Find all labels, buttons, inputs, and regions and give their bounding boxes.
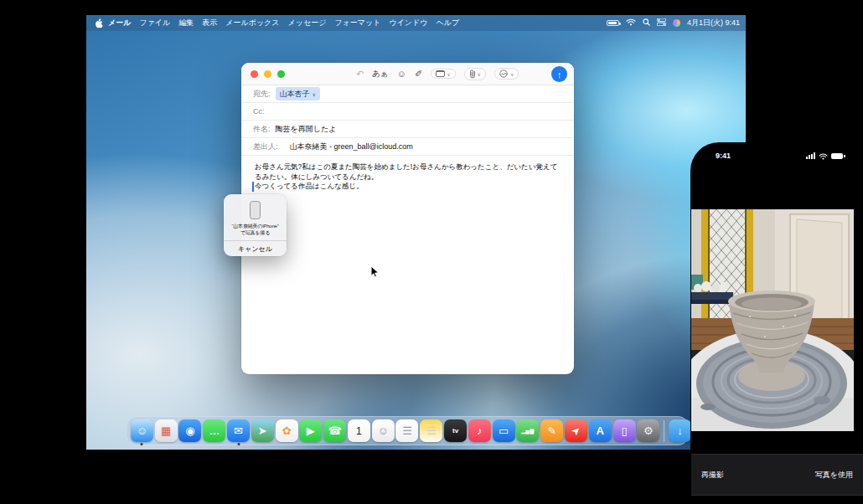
to-field[interactable]: 宛先: 山本杏子 ∨ xyxy=(241,85,574,103)
messages-dock-icon[interactable]: … xyxy=(203,419,225,442)
safari-glyph: ◉ xyxy=(185,425,194,436)
send-button[interactable]: ↑ xyxy=(551,66,567,82)
paperclip-icon xyxy=(469,69,476,79)
reminders-glyph: ☰ xyxy=(402,425,412,436)
apple-menu-icon[interactable] xyxy=(95,18,103,28)
from-value: 山本奈緒美 - green_ball@icloud.com xyxy=(290,141,413,152)
header-fields-button[interactable]: ∨ xyxy=(431,69,455,79)
downloads-dock-icon[interactable]: ↓ xyxy=(669,419,691,442)
mouse-cursor xyxy=(370,265,380,279)
subject-field[interactable]: 件名: 陶芸を再開したよ xyxy=(241,121,574,138)
pages-glyph: ✎ xyxy=(547,425,556,436)
attach-button[interactable]: ∨ xyxy=(464,68,486,80)
menu-item-2[interactable]: 編集 xyxy=(178,18,194,28)
to-label: 宛先: xyxy=(253,89,271,100)
menu-item-8[interactable]: ヘルプ xyxy=(437,18,460,28)
popover-action-line: で写真を撮る xyxy=(231,229,278,236)
use-photo-button[interactable]: 写真を使用 xyxy=(815,470,853,481)
safari-dock-icon[interactable]: ◉ xyxy=(178,419,201,442)
menu-item-5[interactable]: メッセージ xyxy=(288,18,327,28)
app-menus: メールファイル編集表示メールボックスメッセージフォーマットウインドウヘルプ xyxy=(108,18,459,28)
subject-value: 陶芸を再開したよ xyxy=(276,124,337,135)
finder-dock-icon[interactable]: ☺ xyxy=(131,419,153,442)
photo-browser-button[interactable]: ∨ xyxy=(494,68,519,80)
settings-dock-icon[interactable]: ⚙ xyxy=(637,419,659,442)
wifi-icon[interactable] xyxy=(626,18,636,28)
menu-bar-status: 4月1日(火) 9:41 xyxy=(607,18,740,28)
photo-icon xyxy=(499,69,509,78)
iphone-camera-overlay: 9:41 xyxy=(690,142,863,504)
zoom-button[interactable] xyxy=(277,70,285,78)
popover-message: “山本奈緒美のiPhone” で写真を撮る xyxy=(231,223,278,236)
maps-dock-icon[interactable]: ➤ xyxy=(251,419,274,442)
music-glyph: ♪ xyxy=(477,425,483,436)
cancel-button[interactable]: キャンセル xyxy=(224,241,287,256)
keynote-glyph: ▭ xyxy=(499,425,509,436)
cc-field[interactable]: Cc: xyxy=(241,103,574,121)
calendar-dock-icon[interactable]: 1 xyxy=(348,419,370,442)
tv-dock-icon[interactable]: tv xyxy=(444,419,467,442)
minimize-button[interactable] xyxy=(264,70,271,78)
text-insertion-caret xyxy=(252,182,254,192)
finder-glyph: ☺ xyxy=(137,425,147,436)
menu-item-0[interactable]: メール xyxy=(108,18,131,28)
menu-item-1[interactable]: ファイル xyxy=(139,18,170,28)
from-field[interactable]: 差出人: 山本奈緒美 - green_ball@icloud.com xyxy=(241,138,574,156)
mail-dock-icon[interactable]: ✉ xyxy=(227,419,250,442)
chevron-down-icon: ∨ xyxy=(510,71,514,77)
popover-device-line: “山本奈緒美のiPhone” xyxy=(231,223,278,229)
battery-icon xyxy=(831,153,843,159)
chevron-down-icon: ∨ xyxy=(313,91,316,97)
screenshot-canvas: メールファイル編集表示メールボックスメッセージフォーマットウインドウヘルプ xyxy=(0,0,863,504)
close-button[interactable] xyxy=(251,70,258,78)
menu-item-6[interactable]: フォーマット xyxy=(334,18,380,28)
iphone-mirroring-glyph: ▯ xyxy=(621,425,627,436)
menu-bar-clock[interactable]: 4月1日(火) 9:41 xyxy=(687,18,740,28)
menu-item-3[interactable]: 表示 xyxy=(202,18,217,28)
pages-dock-icon[interactable]: ✎ xyxy=(540,419,563,442)
rocket-glyph: ➤ xyxy=(569,424,583,438)
downloads-glyph: ↓ xyxy=(677,425,683,436)
emoji-icon[interactable]: ☺ xyxy=(397,69,406,79)
dock-divider xyxy=(664,420,664,442)
appstore-glyph: A xyxy=(597,425,604,436)
menu-item-7[interactable]: ウインドウ xyxy=(389,18,427,28)
notes-dock-icon[interactable]: ☰ xyxy=(420,419,442,442)
appstore-dock-icon[interactable]: A xyxy=(589,419,612,442)
chevron-down-icon: ∨ xyxy=(478,71,481,77)
undo-icon[interactable]: ↶ xyxy=(356,69,364,80)
siri-icon[interactable] xyxy=(673,19,680,27)
maps-glyph: ➤ xyxy=(258,425,267,436)
calendar-glyph: 1 xyxy=(356,426,362,436)
keynote-dock-icon[interactable]: ▭ xyxy=(493,419,515,442)
running-indicator xyxy=(237,443,240,445)
facetime-dock-icon[interactable]: ▶ xyxy=(299,419,322,442)
photos-glyph: ✿ xyxy=(282,425,292,436)
rocket-dock-icon[interactable]: ➤ xyxy=(565,419,587,442)
photos-dock-icon[interactable]: ✿ xyxy=(276,419,298,442)
spotlight-search-icon[interactable] xyxy=(643,18,650,28)
retake-button[interactable]: 再撮影 xyxy=(701,470,724,481)
format-button[interactable]: あぁ xyxy=(372,69,388,80)
music-dock-icon[interactable]: ♪ xyxy=(468,419,491,442)
control-center-icon[interactable] xyxy=(657,18,666,28)
menu-item-4[interactable]: メールボックス xyxy=(225,18,279,28)
recipient-token[interactable]: 山本杏子 ∨ xyxy=(276,87,320,100)
settings-glyph: ⚙ xyxy=(643,425,654,436)
launchpad-dock-icon[interactable]: ▦ xyxy=(155,419,178,442)
phone-dock-icon[interactable]: ☎ xyxy=(323,419,346,442)
iphone-device-icon xyxy=(250,201,261,219)
message-body[interactable]: お母さん元気?私はこの夏また陶芸を始めました!お母さんから教わったこと、だいたい… xyxy=(241,156,574,198)
launchpad-glyph: ▦ xyxy=(161,425,171,436)
battery-icon[interactable] xyxy=(607,20,619,26)
mail-glyph: ✉ xyxy=(234,425,243,436)
iphone-mirroring-dock-icon[interactable]: ▯ xyxy=(613,419,636,442)
markup-stamp-icon[interactable]: ✐ xyxy=(415,69,422,80)
contacts-dock-icon[interactable]: ☺ xyxy=(372,419,395,442)
numbers-dock-icon[interactable]: ▂▅▇ xyxy=(516,419,539,442)
phone-glyph: ☎ xyxy=(328,425,342,436)
iphone-clock: 9:41 xyxy=(716,152,731,160)
camera-action-bar: 再撮影 写真を使用 xyxy=(691,454,863,496)
recipient-name: 山本杏子 xyxy=(280,89,310,100)
reminders-dock-icon[interactable]: ☰ xyxy=(395,419,418,442)
